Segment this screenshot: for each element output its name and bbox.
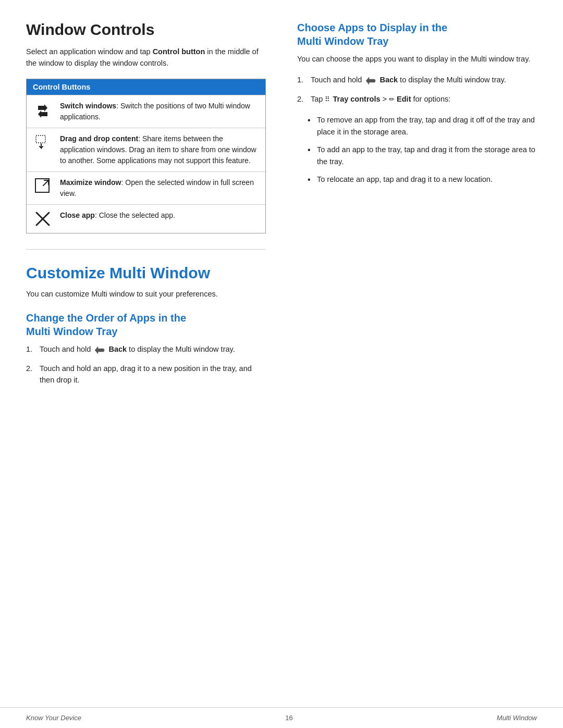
control-row-maximize: Maximize window: Open the selected windo… [27, 171, 265, 204]
change-order-steps: 1. Touch and hold Back to display the Mu… [26, 343, 266, 386]
step-num-1: 1. [26, 343, 35, 355]
bullet-2-text: To add an app to the tray, tap and drag … [317, 145, 535, 165]
customize-intro: You can customize Multi window to suit y… [26, 288, 266, 300]
drag-icon [33, 133, 53, 151]
control-row-switch: Switch windows: Switch the positions of … [27, 95, 265, 128]
maximize-bold: Maximize window [60, 178, 121, 187]
switch-icon [33, 101, 53, 118]
choose-apps-line1: Choose Apps to Display in the [297, 22, 447, 33]
step-num-2: 2. [26, 363, 35, 386]
switch-text: Switch windows: Switch the positions of … [60, 101, 259, 122]
window-controls-title: Window Controls [26, 21, 266, 39]
window-controls-intro: Select an application window and tap Con… [26, 46, 266, 69]
edit-icon: ✏ [389, 95, 395, 103]
intro-text-before: Select an application window and tap [26, 47, 153, 56]
drag-bold: Drag and drop content [60, 134, 138, 143]
control-row-drag: Drag and drop content: Share items betwe… [27, 128, 265, 171]
switch-bold: Switch windows [60, 102, 116, 110]
change-order-title: Change the Order of Apps in the Multi Wi… [26, 311, 266, 338]
right-column: Choose Apps to Display in the Multi Wind… [287, 21, 537, 676]
close-text: Close app: Close the selected app. [60, 210, 175, 221]
maximize-icon [33, 177, 53, 195]
choose-step-1: 1. Touch and hold Back to display the Mu… [297, 74, 537, 85]
step-2-content: Touch and hold an app, drag it to a new … [40, 363, 266, 386]
footer-left: Know Your Device [26, 714, 81, 722]
choose-step-2-content: Tap ⠿ Tray controls > ✏ Edit for options… [311, 93, 537, 105]
footer: Know Your Device 16 Multi Window [0, 707, 563, 728]
choose-apps-intro: You can choose the apps you want to disp… [297, 53, 537, 65]
back-icon-1 [94, 346, 105, 355]
close-icon [33, 210, 53, 228]
choose-step-num-1: 1. [297, 74, 307, 85]
footer-center: 16 [285, 714, 292, 722]
bullet-item-2: To add an app to the tray, tap and drag … [308, 144, 537, 167]
bullet-1-text: To remove an app from the tray, tap and … [317, 116, 535, 135]
svg-rect-0 [36, 135, 45, 143]
choose-apps-line2: Multi Window Tray [297, 35, 388, 47]
choose-apps-title: Choose Apps to Display in the Multi Wind… [297, 21, 537, 48]
change-order-step-1: 1. Touch and hold Back to display the Mu… [26, 343, 266, 355]
bullet-item-1: To remove an app from the tray, tap and … [308, 114, 537, 138]
tray-icon: ⠿ [325, 95, 331, 103]
maximize-text: Maximize window: Open the selected windo… [60, 177, 259, 199]
customize-title: Customize Multi Window [26, 264, 266, 282]
choose-step-1-content: Touch and hold Back to display the Multi… [311, 74, 537, 85]
control-buttons-header: Control Buttons [27, 79, 265, 95]
footer-right: Multi Window [497, 714, 537, 722]
choose-apps-bullets: To remove an app from the tray, tap and … [308, 114, 537, 185]
content-area: Window Controls Select an application wi… [0, 0, 563, 707]
control-row-close: Close app: Close the selected app. [27, 204, 265, 233]
step-1-content: Touch and hold Back to display the Multi… [40, 343, 266, 355]
back-icon-2 [365, 76, 376, 85]
bullet-item-3: To relocate an app, tap and drag it to a… [308, 174, 537, 185]
intro-bold: Control button [153, 47, 205, 56]
section-divider [26, 249, 266, 250]
choose-apps-steps: 1. Touch and hold Back to display the Mu… [297, 74, 537, 105]
choose-step-num-2: 2. [297, 93, 307, 105]
drag-text: Drag and drop content: Share items betwe… [60, 133, 259, 166]
change-order-line2: Multi Window Tray [26, 326, 117, 337]
left-column: Window Controls Select an application wi… [26, 21, 266, 676]
page: Window Controls Select an application wi… [0, 0, 563, 728]
bullet-3-text: To relocate an app, tap and drag it to a… [317, 175, 493, 183]
change-order-line1: Change the Order of Apps in the [26, 312, 186, 324]
close-bold: Close app [60, 211, 95, 219]
choose-step-2: 2. Tap ⠿ Tray controls > ✏ Edit for opti… [297, 93, 537, 105]
control-buttons-box: Control Buttons Switch windows: Switch t… [26, 79, 266, 233]
change-order-step-2: 2. Touch and hold an app, drag it to a n… [26, 363, 266, 386]
